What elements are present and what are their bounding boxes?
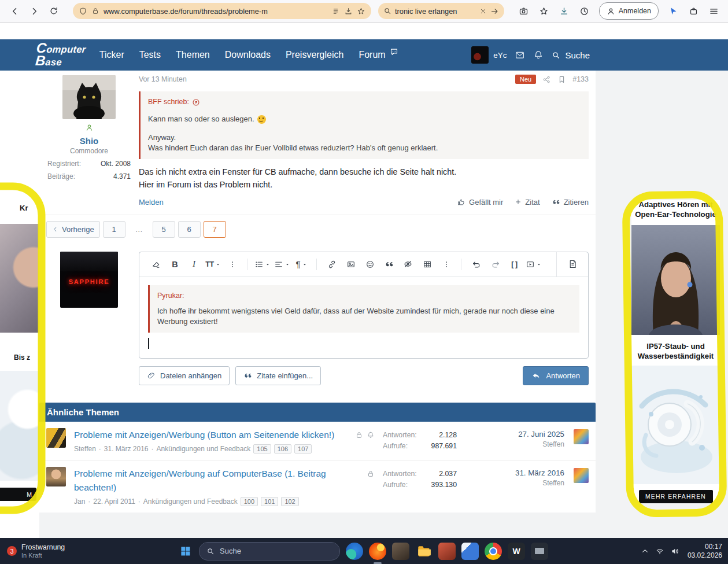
save-page-icon[interactable] xyxy=(344,7,353,16)
attach-files-button[interactable]: Dateien anhängen xyxy=(139,366,230,385)
login-button[interactable]: Anmelden xyxy=(599,2,659,20)
last-post-author[interactable]: Steffen xyxy=(465,479,564,487)
like-button[interactable]: Gefällt mir xyxy=(457,198,503,207)
ad-model-image[interactable] xyxy=(631,225,720,335)
last-post-date[interactable]: 31. März 2016 xyxy=(465,469,564,477)
history-button[interactable] xyxy=(576,3,593,19)
clear-search-icon[interactable] xyxy=(479,8,487,15)
alerts-bell-icon[interactable] xyxy=(533,50,544,60)
redo-button[interactable] xyxy=(486,256,505,273)
last-poster-avatar[interactable] xyxy=(574,468,589,483)
start-button[interactable] xyxy=(177,543,193,560)
username[interactable]: eYc xyxy=(493,51,507,60)
chrome-icon[interactable] xyxy=(485,543,502,560)
nav-ticker[interactable]: Ticker xyxy=(99,50,124,60)
app-w-icon[interactable]: W xyxy=(508,543,525,560)
page-1-button[interactable]: 1 xyxy=(103,221,125,238)
current-page-button[interactable]: 7 xyxy=(204,221,226,238)
thread-title-link[interactable]: Probleme mit Anzeigen/Werbung auf Comput… xyxy=(74,467,341,494)
nav-themen[interactable]: Themen xyxy=(176,50,210,60)
volume-icon[interactable] xyxy=(670,547,679,556)
text-size-button[interactable]: TT xyxy=(204,256,223,273)
file-explorer-icon[interactable] xyxy=(415,543,433,560)
author-name[interactable]: Shio xyxy=(39,136,139,146)
thread-author[interactable]: Jan xyxy=(74,497,85,506)
remove-format-button[interactable] xyxy=(146,256,165,273)
nav-downloads[interactable]: Downloads xyxy=(225,50,271,60)
editor-text-area[interactable]: Pyrukar: Ich hoffe ihr bekommt wenigsten… xyxy=(139,277,588,358)
spoiler-button[interactable] xyxy=(398,256,417,273)
reply-button[interactable]: Antworten xyxy=(523,366,589,385)
page-badge[interactable]: 106 xyxy=(274,444,291,454)
smilies-button[interactable] xyxy=(360,256,379,273)
thread-author[interactable]: Steffen xyxy=(74,445,96,453)
site-search-button[interactable]: Suche xyxy=(552,50,590,60)
bbcode-button[interactable]: [ ] xyxy=(505,256,524,273)
ad-left[interactable]: Kr Bis z M xyxy=(0,196,39,501)
bold-button[interactable]: B xyxy=(165,256,184,273)
edge-icon[interactable] xyxy=(346,543,363,560)
ad-left-model-image[interactable] xyxy=(0,224,39,333)
extensions-button[interactable] xyxy=(685,3,702,19)
post-number[interactable]: #133 xyxy=(572,75,589,83)
quote-source-link[interactable]: BFF schrieb: xyxy=(148,97,581,107)
downloads-button[interactable] xyxy=(556,3,573,19)
page-badge[interactable]: 101 xyxy=(261,497,278,506)
messages-mail-icon[interactable] xyxy=(515,50,525,60)
insert-link-button[interactable] xyxy=(322,256,341,273)
post-time[interactable]: Vor 13 Minuten xyxy=(139,75,187,83)
address-bar[interactable]: www.computerbase.de/forum/threads/proble… xyxy=(73,3,371,19)
nav-forum[interactable]: Forum xyxy=(359,50,398,60)
extension-pointer-button[interactable] xyxy=(664,3,682,19)
ad-left-cta-button[interactable]: M xyxy=(0,488,36,501)
page-6-button[interactable]: 6 xyxy=(178,221,201,238)
quote-button[interactable]: Zitieren xyxy=(552,198,589,207)
back-button[interactable] xyxy=(6,3,23,19)
taskbar-clock[interactable]: 00:17 03.02.2026 xyxy=(688,543,722,560)
bookmark-icon[interactable] xyxy=(557,75,566,84)
ad-cta-button[interactable]: MEHR ERFAHREN xyxy=(639,490,713,503)
tray-chevron-up-icon[interactable] xyxy=(641,547,649,555)
page-5-button[interactable]: 5 xyxy=(153,221,175,238)
site-security-lock-icon[interactable] xyxy=(91,7,99,15)
firefox-icon[interactable] xyxy=(369,543,386,560)
app-icon-3[interactable] xyxy=(392,543,409,560)
browser-search-field[interactable]: tronic live erlangen xyxy=(378,3,504,19)
preview-button[interactable] xyxy=(556,252,588,277)
last-post-author[interactable]: Steffen xyxy=(465,440,564,448)
align-button[interactable] xyxy=(272,256,292,273)
screenshot-button[interactable] xyxy=(515,3,533,19)
nav-tests[interactable]: Tests xyxy=(139,50,161,60)
insert-image-button[interactable] xyxy=(341,256,360,273)
ad-right[interactable]: Adaptives Hören mit Open-Ear-Technologie… xyxy=(631,200,720,503)
page-badge[interactable]: 100 xyxy=(241,497,258,506)
app-icon-9[interactable] xyxy=(531,543,548,560)
undo-button[interactable] xyxy=(467,256,486,273)
user-avatar[interactable] xyxy=(471,46,489,64)
last-poster-avatar[interactable] xyxy=(574,429,589,444)
search-go-icon[interactable] xyxy=(490,7,499,16)
menu-button[interactable] xyxy=(705,3,722,19)
tracking-shield-icon[interactable] xyxy=(79,7,87,16)
page-badge[interactable]: 105 xyxy=(253,444,271,454)
thread-avatar[interactable] xyxy=(46,467,66,486)
paragraph-button[interactable]: ¶ xyxy=(292,256,311,273)
share-icon[interactable] xyxy=(542,75,551,84)
insert-media-button[interactable] xyxy=(524,256,544,273)
multiquote-button[interactable]: Zitat xyxy=(515,198,539,207)
ad-product-image[interactable] xyxy=(631,366,720,484)
bookmarks-menu-button[interactable] xyxy=(535,3,553,19)
insert-quotes-button[interactable]: Zitate einfügen... xyxy=(235,366,321,385)
thread-forum[interactable]: Ankündigungen und Feedback xyxy=(143,497,238,506)
list-button[interactable] xyxy=(253,256,272,273)
page-badge[interactable]: 107 xyxy=(294,444,312,454)
app-icon-6[interactable] xyxy=(461,543,479,560)
report-link[interactable]: Melden xyxy=(139,198,164,207)
nav-preisvergleich[interactable]: Preisvergleich xyxy=(286,50,343,60)
reader-mode-icon[interactable] xyxy=(331,7,340,16)
previous-page-button[interactable]: Vorherige xyxy=(46,221,100,238)
author-avatar[interactable] xyxy=(62,75,116,119)
more-insert-button[interactable] xyxy=(437,256,456,273)
site-logo[interactable]: Computer Base xyxy=(35,42,87,68)
forward-button[interactable] xyxy=(25,3,43,19)
